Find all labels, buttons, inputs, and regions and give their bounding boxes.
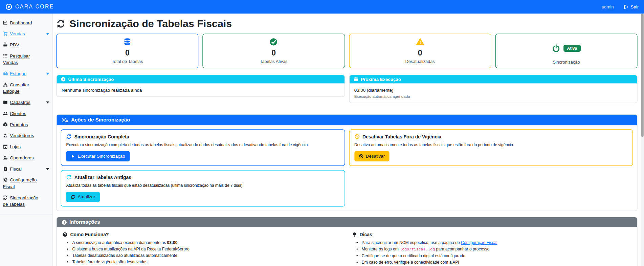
tips-list: Para sincronizar um NCM específico, use … [352,240,631,264]
list-icon [3,53,8,59]
next-run-header: Próxima Execução [349,75,637,83]
sync-icon [3,195,8,200]
atualizar-button[interactable]: Atualizar [66,192,99,202]
stat-card-sincronizacao: Ativa Sincronização [495,34,637,68]
sync-icon [66,134,71,139]
sync-info-row: Última Sincronização Nenhuma sincronizaç… [56,75,637,103]
next-run-panel: Próxima Execução 03:00 (diariamente) Exe… [349,75,638,103]
stat-value: 0 [203,48,345,58]
action-description: Atualiza todas as tabelas fiscais que es… [66,183,339,187]
last-sync-header: Última Sincronização [57,75,344,83]
next-run-title: Próxima Execução [361,77,401,82]
sidebar-item-operadores[interactable]: Operadores [3,152,50,163]
info-panel: Informações Como Funciona? A sincronizaç… [56,217,637,266]
action-card-desativar-tabelas: Desativar Tabelas Fora de Vigência Desat… [349,129,633,166]
list-item: Tabelas fora de vigência são desativadas [72,259,342,264]
sidebar-item-fiscal[interactable]: Fiscal [3,163,50,175]
scrollbar-thumb[interactable] [641,14,644,137]
warehouse-icon [3,71,8,76]
chevron-down-icon [46,33,49,35]
how-it-works-list: A sincronização automática executa diari… [62,240,342,264]
gears-icon [62,117,69,123]
calendar-icon [353,77,358,82]
list-item: Certifique-se de que o certificado digit… [362,253,631,258]
sidebar-item-cadastros[interactable]: Cadastros [3,97,50,108]
sync-icon [71,195,75,199]
action-description: Desativa automaticamente todas as tabela… [354,142,628,147]
logout-link[interactable]: Sair [624,4,639,9]
configuracao-fiscal-link[interactable]: Configuração Fiscal [461,240,497,245]
shopping-cart-icon [3,31,8,36]
sidebar-item-lojas[interactable]: Lojas [3,141,50,152]
sidebar-divider [0,214,52,214]
folder-icon [3,100,8,105]
sitemap-icon [3,82,8,87]
action-title: Sincronização Completa [74,134,129,139]
sidebar-item-sincronizacao-tabelas[interactable]: Sincronização de Tabelas [3,192,50,210]
actions-panel: Ações de Sincronização Sincronização Com… [56,114,637,211]
list-item: O sistema busca atualizações na API da R… [72,247,342,251]
file-invoice-dollar-icon [3,167,8,172]
sidebar-item-vendas[interactable]: Vendas [3,28,50,40]
sidebar: Dashboard Vendas PDV Pesquisar Vendas Es… [0,14,53,266]
action-description: Executa a sincronização completa de toda… [66,142,339,147]
list-item: A sincronização automática executa diari… [72,240,342,245]
list-item: Em caso de erro, verifique a conectivida… [362,260,631,264]
last-sync-message: Nenhuma sincronização realizada ainda [57,83,344,96]
user-tie-icon [3,133,8,138]
stat-label: Total de Tabelas [57,59,198,64]
play-icon [71,154,75,158]
sidebar-item-pdv[interactable]: PDV [3,40,50,51]
question-circle-icon [62,232,67,237]
action-card-atualizar-tabelas: Atualizar Tabelas Antigas Atualiza todas… [61,170,345,206]
chart-line-icon [3,20,8,25]
action-title: Atualizar Tabelas Antigas [74,175,131,180]
how-it-works-title: Como Funciona? [70,232,109,237]
users-icon [3,111,8,116]
chevron-down-icon [46,102,49,104]
actions-header: Ações de Sincronização [57,115,637,126]
actions-title: Ações de Sincronização [71,117,130,123]
actions-empty-cell [349,170,633,206]
next-run-schedule: 03:00 (diariamente) [354,88,632,93]
brand-logo-icon [5,3,13,10]
vertical-scrollbar[interactable] [641,14,644,266]
top-navbar: CARA CORE admin Sair [0,0,644,14]
sign-out-icon [624,4,629,9]
brand-name: CARA CORE [15,4,54,10]
main-content: Sincronização de Tabelas Fiscais 0 Total… [53,14,644,266]
how-it-works-column: Como Funciona? A sincronização automátic… [62,232,342,266]
sidebar-item-dashboard[interactable]: Dashboard [3,17,50,28]
tips-column: Dicas Para sincronizar um NCM específico… [352,232,631,266]
list-item: Tabelas desatualizadas são atualizadas a… [72,253,342,258]
clock-icon [61,77,66,82]
power-icon [552,44,560,52]
app-window: CARA CORE admin Sair Dashboard Vendas PD… [0,0,644,266]
sync-icon [56,19,65,28]
database-icon [123,38,131,46]
store-icon [3,144,8,149]
sidebar-item-produtos[interactable]: Produtos [3,119,50,130]
sidebar-item-vendedores[interactable]: Vendedores [3,130,50,141]
desativar-button[interactable]: Desativar [354,151,390,161]
logout-label: Sair [630,4,639,9]
sidebar-item-configuracao-fiscal[interactable]: Configuração Fiscal [3,175,50,192]
list-item: Para sincronizar um NCM específico, use … [362,240,631,245]
page-title-text: Sincronização de Tabelas Fiscais [69,18,232,29]
info-circle-icon [62,220,67,225]
executar-sincronizacao-button[interactable]: Executar Sincronização [66,151,130,161]
sidebar-item-consultar-estoque[interactable]: Consultar Estoque [3,79,50,97]
sidebar-item-pesquisar-vendas[interactable]: Pesquisar Vendas [3,50,50,68]
stat-label: Sincronização [496,60,637,65]
sync-icon [66,175,71,180]
check-circle-icon [270,38,278,46]
brand[interactable]: CARA CORE [5,3,54,10]
log-path-code: logs/fiscal.log [400,247,435,251]
lightbulb-icon [352,232,357,237]
sidebar-item-estoque[interactable]: Estoque [3,68,50,79]
ban-icon [359,154,363,158]
sidebar-item-clientes[interactable]: Clientes [3,108,50,119]
box-icon [3,122,8,127]
warning-triangle-icon [416,38,424,46]
user-menu[interactable]: admin [601,4,614,9]
